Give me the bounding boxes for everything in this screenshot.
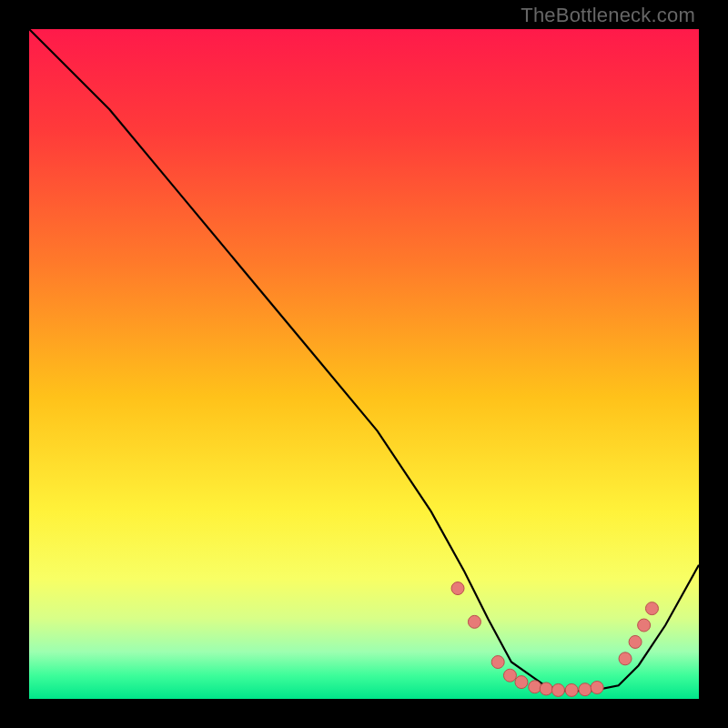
data-marker <box>591 681 603 693</box>
data-marker <box>540 682 552 695</box>
data-marker <box>579 683 592 696</box>
plot-area <box>29 29 699 699</box>
data-marker <box>619 652 632 665</box>
data-marker <box>515 676 528 689</box>
data-marker <box>491 656 504 669</box>
chart-canvas: { "watermark": { "text": "TheBottleneck.… <box>0 0 728 728</box>
data-marker <box>629 635 642 648</box>
watermark-text: TheBottleneck.com <box>521 4 695 27</box>
curve-markers <box>451 582 658 697</box>
data-marker <box>503 669 516 682</box>
data-marker <box>551 683 564 696</box>
data-marker <box>529 681 541 693</box>
data-marker <box>645 602 658 615</box>
data-marker <box>468 615 480 628</box>
data-marker <box>565 683 578 696</box>
bottleneck-curve <box>29 29 699 691</box>
data-marker <box>638 619 651 632</box>
curve-layer <box>29 29 699 699</box>
data-marker <box>451 582 464 595</box>
